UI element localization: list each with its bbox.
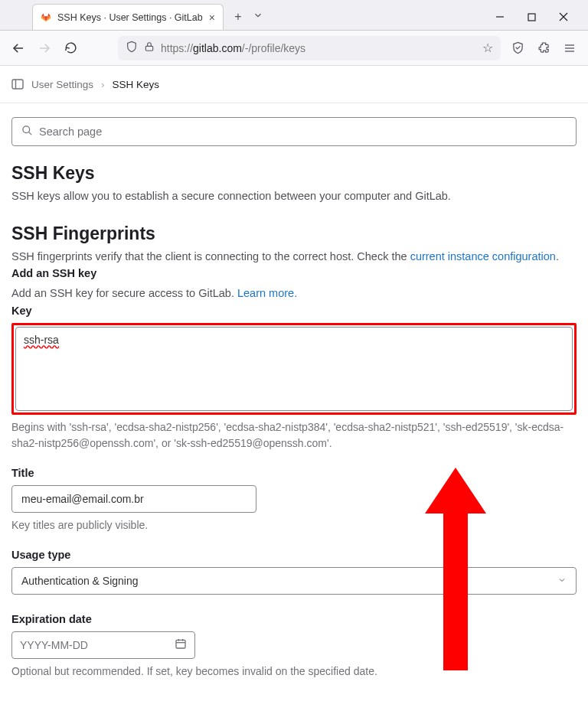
- usage-type-label: Usage type: [11, 549, 577, 561]
- window-controls: [495, 12, 588, 30]
- reload-button[interactable]: [61, 39, 80, 57]
- svg-rect-6: [145, 46, 152, 51]
- address-bar[interactable]: https://gitlab.com/-/profile/keys ☆: [118, 36, 501, 60]
- breadcrumb-current: SSH Keys: [113, 79, 160, 90]
- search-icon: [21, 125, 33, 139]
- title-input[interactable]: [11, 485, 256, 513]
- back-button[interactable]: [9, 39, 28, 57]
- close-window-icon[interactable]: [559, 12, 568, 24]
- browser-toolbar: https://gitlab.com/-/profile/keys ☆: [0, 31, 588, 66]
- app-menu-icon[interactable]: [560, 39, 579, 57]
- svg-line-13: [28, 132, 31, 135]
- ssh-keys-title: SSH Keys: [11, 163, 577, 184]
- calendar-icon[interactable]: [175, 637, 187, 653]
- search-input[interactable]: [39, 126, 567, 138]
- svg-rect-10: [12, 80, 23, 89]
- tab-title: SSH Keys · User Settings · GitLab: [57, 12, 203, 23]
- key-textarea[interactable]: ssh-rsa: [15, 327, 573, 411]
- forward-button[interactable]: [35, 39, 54, 57]
- expiration-label: Expiration date: [11, 613, 577, 625]
- browser-tab[interactable]: SSH Keys · User Settings · GitLab ×: [32, 4, 224, 30]
- sidebar-toggle-icon[interactable]: [11, 78, 24, 90]
- minimize-icon[interactable]: [495, 12, 505, 24]
- key-hint: Begins with 'ssh-rsa', 'ecdsa-sha2-nistp…: [11, 419, 577, 452]
- svg-rect-1: [528, 14, 535, 21]
- lock-icon: [144, 41, 155, 54]
- svg-rect-14: [176, 641, 185, 649]
- title-label: Title: [11, 467, 577, 479]
- fingerprints-desc: SSH fingerprints verify that the client …: [11, 249, 577, 266]
- extensions-icon[interactable]: [534, 39, 553, 57]
- usage-type-value: Authentication & Signing: [21, 575, 139, 587]
- bookmark-star-icon[interactable]: ☆: [482, 41, 493, 55]
- ssh-keys-desc: SSH keys allow you to establish a secure…: [11, 188, 577, 205]
- key-highlight-box: ssh-rsa: [11, 323, 577, 415]
- search-page-box[interactable]: [11, 117, 577, 146]
- add-key-heading: Add an SSH key: [11, 267, 577, 279]
- url-text: https://gitlab.com/-/profile/keys: [161, 42, 305, 54]
- usage-type-select[interactable]: Authentication & Signing: [11, 567, 577, 595]
- browser-tab-bar: SSH Keys · User Settings · GitLab × +: [0, 0, 588, 31]
- expiration-input[interactable]: [20, 639, 175, 651]
- breadcrumb: User Settings › SSH Keys: [11, 66, 577, 103]
- divider: [0, 103, 588, 103]
- add-key-desc: Add an SSH key for secure access to GitL…: [11, 285, 577, 302]
- tab-close-icon[interactable]: ×: [209, 11, 215, 24]
- new-tab-button[interactable]: +: [230, 8, 247, 25]
- pocket-icon[interactable]: [508, 39, 527, 57]
- breadcrumb-item[interactable]: User Settings: [31, 79, 93, 90]
- gitlab-favicon: [41, 12, 51, 23]
- maximize-icon[interactable]: [528, 12, 536, 24]
- learn-more-link[interactable]: Learn more.: [237, 287, 297, 299]
- fingerprints-title: SSH Fingerprints: [11, 223, 577, 244]
- shield-icon: [126, 41, 138, 55]
- instance-config-link[interactable]: current instance configuration: [410, 250, 556, 262]
- expiration-date-field[interactable]: [11, 631, 195, 659]
- expiration-hint: Optional but recommended. If set, key be…: [11, 664, 577, 680]
- svg-point-12: [23, 126, 30, 132]
- key-label: Key: [11, 305, 577, 317]
- chevron-right-icon: ›: [101, 79, 105, 90]
- tabs-dropdown-icon[interactable]: [253, 10, 292, 30]
- title-hint: Key titles are publicly visible.: [11, 517, 577, 533]
- chevron-down-icon: [557, 575, 567, 587]
